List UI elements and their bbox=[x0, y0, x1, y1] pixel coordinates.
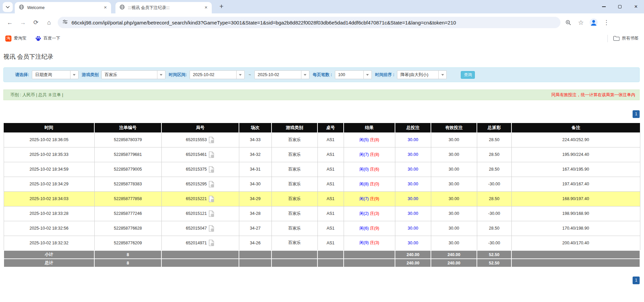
page-1-button[interactable]: 1 bbox=[633, 110, 640, 118]
total-bet-link[interactable]: 30.00 bbox=[408, 226, 418, 231]
game-type-select[interactable]: 百家乐 bbox=[101, 70, 165, 79]
chevron-down-icon bbox=[438, 71, 446, 79]
video-record-icon[interactable] bbox=[208, 136, 214, 143]
column-header[interactable]: 备注 bbox=[511, 123, 640, 132]
tab-search-button[interactable] bbox=[3, 2, 13, 12]
tab-betrecord-active[interactable]: :::视讯 会员下注纪录::: × bbox=[115, 2, 212, 13]
total-bet-link[interactable]: 30.00 bbox=[408, 182, 418, 186]
cell-result: 闲(2) 庄(3) bbox=[344, 206, 395, 221]
cell-bet-id: 522858777246 bbox=[94, 206, 161, 221]
page-size-select[interactable]: 100 bbox=[335, 70, 372, 79]
cell-table-no: AS1 bbox=[317, 147, 344, 162]
window-minimize-button[interactable] bbox=[596, 0, 612, 13]
browser-window: Welcome × :::视讯 会员下注纪录::: × + × ← → ⟳ ⌂ … bbox=[0, 0, 644, 302]
cell-payout: 28.50 bbox=[477, 147, 511, 162]
query-type-select[interactable]: 日期查询 bbox=[32, 70, 79, 79]
total-bet-link[interactable]: 30.00 bbox=[408, 152, 418, 157]
profile-avatar[interactable] bbox=[589, 17, 599, 27]
tab-welcome[interactable]: Welcome × bbox=[15, 2, 111, 13]
bookmark-baidu[interactable]: 百度一下 bbox=[35, 36, 60, 42]
date-to-select[interactable]: 2025-10-02 bbox=[254, 70, 309, 79]
total-bet-link[interactable]: 30.00 bbox=[408, 137, 418, 142]
video-record-icon[interactable] bbox=[208, 195, 214, 202]
reload-button[interactable]: ⟳ bbox=[30, 17, 42, 28]
video-record-icon[interactable] bbox=[208, 210, 214, 217]
page-1-button[interactable]: 1 bbox=[633, 277, 640, 284]
bookmark-star-icon[interactable]: ☆ bbox=[576, 17, 586, 27]
cell-session: 34-28 bbox=[239, 206, 271, 221]
column-header[interactable]: 总投注 bbox=[395, 123, 431, 132]
taobao-icon: 淘 bbox=[5, 36, 11, 42]
address-bar[interactable]: 66cxkj98.com/ipl/portal.php/game/betreco… bbox=[58, 17, 560, 28]
bookmark-label: 爱淘宝 bbox=[14, 36, 27, 41]
bookmark-taobao[interactable]: 淘 爱淘宝 bbox=[5, 36, 27, 42]
cell-session: 34-26 bbox=[239, 236, 271, 250]
cell-result: 闲(9) 庄(3) bbox=[344, 236, 395, 250]
chevron-down-icon bbox=[157, 71, 165, 79]
site-settings-icon[interactable] bbox=[62, 19, 68, 26]
cell-valid-bet: 30.00 bbox=[431, 191, 477, 206]
video-record-icon[interactable] bbox=[208, 239, 214, 246]
totals-count: 8 bbox=[94, 250, 161, 259]
filter-bar: 请选择: 日期查询 游戏类别 百家乐 时间区间: 2025-10-02 ~ 20… bbox=[3, 67, 640, 82]
video-record-icon[interactable] bbox=[208, 181, 214, 188]
totals-valid-bet: 240.00 bbox=[431, 250, 477, 259]
column-header[interactable]: 桌号 bbox=[317, 123, 344, 132]
video-record-icon[interactable] bbox=[208, 151, 214, 158]
total-bet-link[interactable]: 30.00 bbox=[408, 196, 418, 201]
bookmark-label: 百度一下 bbox=[44, 36, 60, 41]
cell-valid-bet: 30.00 bbox=[431, 206, 477, 221]
cell-valid-bet: 30.00 bbox=[431, 177, 477, 191]
cell-payout: -30.00 bbox=[477, 236, 511, 250]
tab-close-icon[interactable]: × bbox=[203, 5, 209, 11]
all-bookmarks-button[interactable]: 所有书签 bbox=[607, 35, 639, 42]
column-header[interactable]: 局号 bbox=[161, 123, 239, 132]
cell-result: 闲(5) 庄(8) bbox=[344, 132, 395, 147]
round-number: 652014971 bbox=[186, 241, 207, 245]
forward-button[interactable]: → bbox=[17, 17, 29, 28]
cell-result: 闲(0) 庄(6) bbox=[344, 162, 395, 177]
cell-game-type: 百家乐 bbox=[271, 206, 317, 221]
column-header[interactable]: 注单编号 bbox=[94, 123, 161, 132]
cell-payout: 28.50 bbox=[477, 132, 511, 147]
column-header[interactable]: 有效投注 bbox=[431, 123, 477, 132]
cell-session: 34-27 bbox=[239, 221, 271, 236]
tab-close-icon[interactable]: × bbox=[102, 5, 108, 11]
date-from-select[interactable]: 2025-10-02 bbox=[190, 70, 245, 79]
cell-time: 2025-10-02 18:32:32 bbox=[4, 236, 94, 250]
cell-session: 34-30 bbox=[239, 177, 271, 191]
video-record-icon[interactable] bbox=[208, 225, 214, 232]
cell-time: 2025-10-02 18:32:56 bbox=[4, 221, 94, 236]
total-bet-link[interactable]: 30.00 bbox=[408, 241, 418, 245]
cell-bet-id: 522858779005 bbox=[94, 162, 161, 177]
sort-order-select[interactable]: 降幂(由大到小) bbox=[397, 70, 447, 79]
column-header[interactable]: 结果 bbox=[344, 123, 395, 132]
column-header[interactable]: 游戏类别 bbox=[271, 123, 317, 132]
back-button[interactable]: ← bbox=[4, 17, 15, 28]
cell-remark: 198.90/168.90 bbox=[511, 206, 640, 221]
zoom-icon[interactable] bbox=[563, 17, 573, 27]
column-header[interactable]: 场次 bbox=[239, 123, 271, 132]
chevron-down-icon bbox=[6, 6, 10, 8]
search-button[interactable]: 查询 bbox=[461, 71, 475, 79]
new-tab-button[interactable]: + bbox=[217, 2, 226, 10]
column-header[interactable]: 时间 bbox=[4, 123, 94, 132]
column-header[interactable]: 总派彩 bbox=[477, 123, 511, 132]
cell-round-no: 652015295 bbox=[161, 177, 239, 191]
cell-valid-bet: 30.00 bbox=[431, 221, 477, 236]
home-button[interactable]: ⌂ bbox=[43, 17, 55, 28]
browser-menu-icon[interactable]: ⋮ bbox=[601, 17, 611, 27]
total-bet-link[interactable]: 30.00 bbox=[408, 211, 418, 216]
video-record-icon[interactable] bbox=[208, 166, 214, 173]
cell-remark: 200.40/170.40 bbox=[511, 236, 640, 250]
chevron-down-icon bbox=[363, 71, 371, 79]
cell-payout: -30.00 bbox=[477, 177, 511, 191]
window-maximize-button[interactable] bbox=[612, 0, 628, 13]
cell-bet-id: 522858776628 bbox=[94, 221, 161, 236]
cell-total-bet: 30.00 bbox=[395, 236, 431, 250]
result-player: 闲(8) bbox=[359, 182, 369, 186]
total-bet-link[interactable]: 30.00 bbox=[408, 167, 418, 172]
cell-table-no: AS1 bbox=[317, 162, 344, 177]
window-close-button[interactable]: × bbox=[628, 0, 644, 13]
cell-valid-bet: 30.00 bbox=[431, 162, 477, 177]
